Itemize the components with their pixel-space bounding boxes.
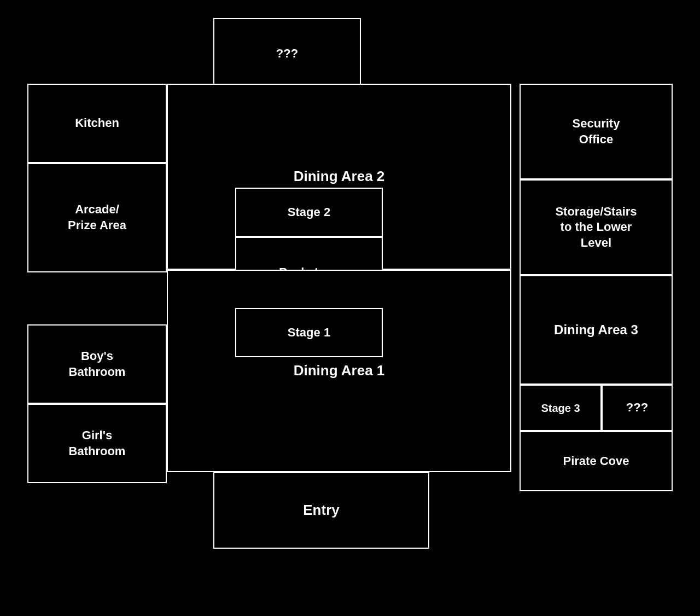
room-label: ??? [276,46,298,62]
room-dining-area-3: Dining Area 3 [520,275,673,385]
room-girls-bathroom: Girl'sBathroom [27,404,167,483]
room-stage-2: Stage 2 [235,188,383,237]
room-label: ??? [626,400,648,416]
room-label: Kitchen [75,115,119,131]
room-label: Dining Area 3 [554,321,638,338]
floor-map: ??? Kitchen Arcade/Prize Area SecurityOf… [27,18,673,598]
room-dining-area-1: Dining Area 1 [167,270,511,472]
room-stage-1: Stage 1 [235,308,383,357]
room-storage: Storage/Stairsto the LowerLevel [520,179,673,275]
room-label: Girl'sBathroom [69,428,126,459]
room-label: Storage/Stairsto the LowerLevel [555,204,637,251]
room-label: Stage 2 [288,205,330,220]
room-entry: Entry [213,472,429,549]
room-kitchen: Kitchen [27,84,167,163]
room-arcade: Arcade/Prize Area [27,163,167,272]
room-label: Pirate Cove [563,454,629,469]
room-label: Dining Area 2 [294,167,385,186]
room-right-unknown: ??? [602,385,673,431]
room-label: Stage 1 [288,325,330,341]
room-stage-3: Stage 3 [520,385,602,431]
room-boys-bathroom: Boy'sBathroom [27,324,167,404]
room-label: Entry [303,501,339,520]
room-label: Dining Area 1 [294,362,385,380]
room-label: SecurityOffice [573,116,620,147]
room-label: Arcade/Prize Area [68,202,126,233]
room-top-unknown: ??? [213,18,361,89]
room-pirate-cove: Pirate Cove [520,431,673,491]
room-label: Boy'sBathroom [69,348,126,380]
room-security: SecurityOffice [520,84,673,179]
room-label: Stage 3 [541,401,580,415]
